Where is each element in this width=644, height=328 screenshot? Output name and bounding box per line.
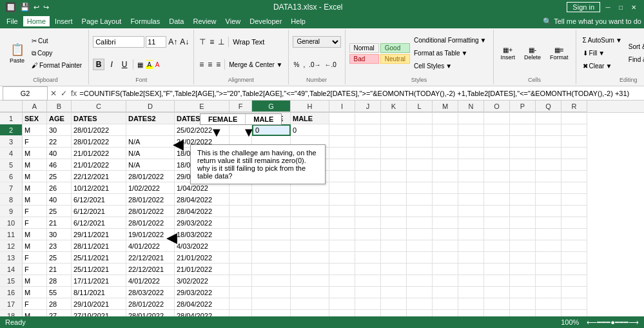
format-button[interactable]: ▦≡ Format (547, 37, 572, 70)
list-item[interactable]: 25 (47, 252, 72, 264)
quick-save-icon[interactable]: 💾 (20, 3, 30, 12)
list-item[interactable] (329, 217, 355, 229)
list-item[interactable] (484, 217, 510, 229)
menu-page-layout[interactable]: Page Layout (78, 16, 126, 26)
list-item[interactable]: 6/12/2021 (72, 206, 126, 217)
list-item[interactable] (329, 182, 355, 194)
list-item[interactable] (381, 252, 407, 264)
list-item[interactable] (536, 171, 561, 182)
col-header-b[interactable]: B (47, 101, 72, 112)
list-item[interactable] (381, 194, 407, 206)
col-header-h[interactable]: H (291, 101, 329, 112)
list-item[interactable] (536, 298, 561, 310)
list-item[interactable] (561, 264, 587, 275)
insert-button[interactable]: ▦+ Insert (498, 37, 519, 70)
list-item[interactable] (510, 182, 536, 194)
menu-data[interactable]: Data (165, 16, 188, 26)
list-item[interactable]: F (23, 252, 47, 264)
list-item[interactable] (458, 217, 484, 229)
list-item[interactable] (484, 182, 510, 194)
list-item[interactable] (381, 171, 407, 182)
list-item[interactable]: M (23, 194, 47, 206)
list-item[interactable] (484, 148, 510, 159)
list-item[interactable] (536, 252, 561, 264)
format-as-table-button[interactable]: Format as Table ▼ (411, 48, 489, 59)
list-item[interactable] (407, 194, 433, 206)
list-item[interactable] (484, 310, 510, 316)
list-item[interactable] (484, 171, 510, 182)
list-item[interactable]: 6/12/2021 (72, 194, 126, 206)
list-item[interactable] (536, 194, 561, 206)
list-item[interactable]: 6/12/2021 (72, 217, 126, 229)
row-header[interactable]: 10 (0, 217, 23, 229)
col-header-g[interactable]: G (252, 101, 291, 112)
bold-button[interactable]: B (93, 59, 104, 70)
list-item[interactable] (229, 287, 252, 298)
list-item[interactable]: 8/11/2021 (72, 287, 126, 298)
list-item[interactable] (381, 275, 407, 287)
list-item[interactable]: 25 (47, 206, 72, 217)
list-item[interactable] (355, 217, 381, 229)
list-item[interactable] (433, 229, 458, 240)
list-item[interactable]: 30 (47, 124, 72, 136)
list-item[interactable] (381, 264, 407, 275)
menu-home[interactable]: Home (23, 16, 50, 26)
list-item[interactable]: 25/11/2021 (72, 264, 126, 275)
menu-developer[interactable]: Developer (246, 16, 286, 26)
list-item[interactable] (355, 124, 381, 136)
list-item[interactable]: 28/04/2022 (175, 194, 229, 206)
list-item[interactable] (229, 206, 252, 217)
align-right-icon[interactable]: ≡ (215, 59, 222, 70)
underline-button[interactable]: U (119, 59, 130, 70)
list-item[interactable] (229, 240, 252, 252)
row-header[interactable]: 11 (0, 229, 23, 240)
list-item[interactable] (407, 310, 433, 316)
list-item[interactable]: F (23, 264, 47, 275)
list-item[interactable]: 29/10/2021 (72, 298, 126, 310)
list-item[interactable]: 29/03/2022 (175, 287, 229, 298)
list-item[interactable] (291, 287, 329, 298)
list-item[interactable] (458, 124, 484, 136)
list-item[interactable] (355, 182, 381, 194)
list-item[interactable] (561, 182, 587, 194)
list-item[interactable] (291, 217, 329, 229)
list-item[interactable] (407, 136, 433, 148)
list-item[interactable] (381, 136, 407, 148)
list-item[interactable] (561, 310, 587, 316)
list-item[interactable] (355, 113, 381, 124)
list-item[interactable] (561, 136, 587, 148)
font-color-icon[interactable]: A (154, 60, 161, 70)
list-item[interactable] (433, 287, 458, 298)
row-header[interactable]: 7 (0, 182, 23, 194)
list-item[interactable] (458, 252, 484, 264)
list-item[interactable] (381, 240, 407, 252)
list-item[interactable] (355, 206, 381, 217)
list-item[interactable] (407, 229, 433, 240)
list-item[interactable] (561, 229, 587, 240)
minimize-btn[interactable]: ─ (603, 4, 613, 11)
list-item[interactable] (407, 159, 433, 171)
col-header-q[interactable]: Q (536, 101, 561, 112)
list-item[interactable]: 4/01/2022 (126, 275, 175, 287)
list-item[interactable] (291, 275, 329, 287)
font-size-input[interactable] (146, 36, 166, 48)
cut-button[interactable]: ✂ Cut (29, 35, 84, 47)
list-item[interactable] (252, 310, 291, 316)
list-item[interactable] (252, 287, 291, 298)
list-item[interactable] (484, 275, 510, 287)
list-item[interactable] (355, 252, 381, 264)
list-item[interactable]: 3/02/2022 (175, 275, 229, 287)
list-item[interactable] (433, 194, 458, 206)
list-item[interactable] (433, 252, 458, 264)
list-item[interactable] (510, 229, 536, 240)
list-item[interactable]: DATES (72, 113, 126, 124)
col-header-d[interactable]: D (126, 101, 175, 112)
list-item[interactable] (433, 182, 458, 194)
list-item[interactable] (291, 229, 329, 240)
row-header[interactable]: 12 (0, 240, 23, 252)
list-item[interactable] (561, 217, 587, 229)
row-header[interactable]: 3 (0, 136, 23, 148)
col-header-p[interactable]: P (510, 101, 536, 112)
list-item[interactable] (329, 136, 355, 148)
list-item[interactable] (510, 298, 536, 310)
